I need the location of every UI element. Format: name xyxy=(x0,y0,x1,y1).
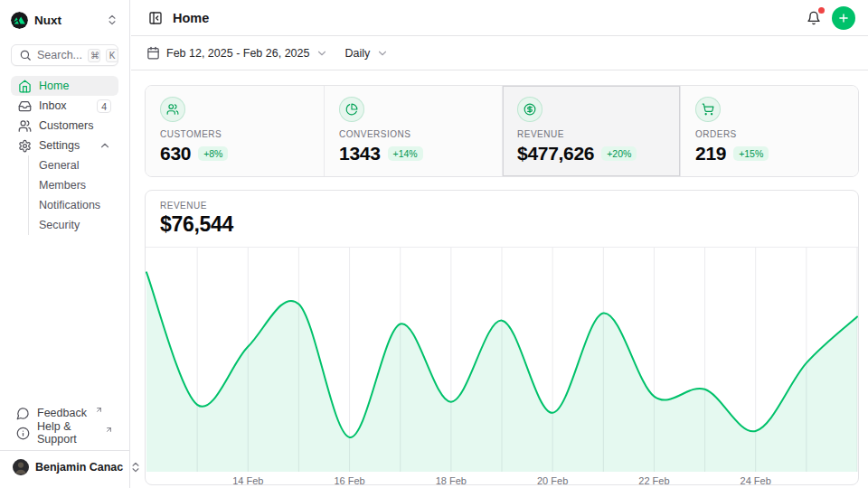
stats-row: CUSTOMERS 630 +8% CONVERSIONS 1343 +14% xyxy=(145,85,859,177)
home-icon xyxy=(18,80,32,93)
stat-card-conversions[interactable]: CONVERSIONS 1343 +14% xyxy=(324,86,502,176)
stat-label: REVENUE xyxy=(517,129,665,139)
sidebar-item-label: Settings xyxy=(39,139,80,152)
svg-text:18 Feb: 18 Feb xyxy=(436,475,467,485)
sidebar-item-label: Customers xyxy=(39,119,93,132)
stat-delta-badge: +15% xyxy=(733,146,769,161)
plus-icon xyxy=(837,12,850,24)
stat-card-orders[interactable]: ORDERS 219 +15% xyxy=(680,86,858,176)
stat-card-revenue[interactable]: REVENUE $477,626 +20% xyxy=(502,86,680,176)
chevron-down-icon xyxy=(376,47,389,60)
granularity-value: Daily xyxy=(344,47,370,60)
help-label: Help & Support xyxy=(37,420,97,446)
circle-dollar-icon xyxy=(517,97,542,122)
page-title: Home xyxy=(173,11,209,25)
chart-current-value: $76,544 xyxy=(160,212,844,237)
sidebar-item-settings[interactable]: Settings xyxy=(11,136,118,155)
content: CUSTOMERS 630 +8% CONVERSIONS 1343 +14% xyxy=(131,70,868,485)
chart-plot-area[interactable]: 14 Feb16 Feb18 Feb20 Feb22 Feb24 Feb xyxy=(146,248,858,485)
topbar: Home xyxy=(131,0,868,36)
sidebar: Nuxt Search... ⌘ K Home Inbox 4 Customer… xyxy=(0,0,130,488)
help-support-link[interactable]: Help & Support xyxy=(11,423,118,443)
inbox-count-badge: 4 xyxy=(97,99,111,113)
search-icon xyxy=(19,49,32,61)
stat-card-customers[interactable]: CUSTOMERS 630 +8% xyxy=(146,86,324,176)
svg-text:16 Feb: 16 Feb xyxy=(334,475,364,485)
date-range-value: Feb 12, 2025 - Feb 26, 2025 xyxy=(166,47,309,60)
feedback-label: Feedback xyxy=(37,407,87,419)
stat-label: CUSTOMERS xyxy=(160,129,309,139)
stat-delta-badge: +14% xyxy=(388,146,423,161)
panel-left-close-icon xyxy=(148,11,163,25)
user-menu[interactable]: Benjamin Canac xyxy=(11,451,118,477)
users-icon xyxy=(18,119,32,133)
sidebar-footer: Feedback Help & Support Benjamin Canac xyxy=(11,403,118,477)
sidebar-item-label: Home xyxy=(39,80,69,92)
info-icon xyxy=(16,427,30,440)
external-link-icon xyxy=(95,406,103,414)
search-input[interactable]: Search... ⌘ K xyxy=(11,44,118,66)
stat-delta-badge: +8% xyxy=(198,146,228,161)
sidebar-item-label: Inbox xyxy=(39,99,67,112)
nuxt-logo-icon xyxy=(11,12,28,29)
avatar xyxy=(13,459,29,475)
external-link-icon xyxy=(105,426,113,434)
chevron-up-icon xyxy=(99,139,111,152)
sidebar-item-home[interactable]: Home xyxy=(11,76,118,96)
svg-text:14 Feb: 14 Feb xyxy=(232,475,263,485)
stat-delta-badge: +20% xyxy=(601,146,637,161)
inbox-icon xyxy=(18,99,32,113)
stat-value: $477,626 xyxy=(517,143,594,164)
sidebar-item-inbox[interactable]: Inbox 4 xyxy=(11,96,118,116)
stat-label: ORDERS xyxy=(695,129,844,139)
date-range-picker[interactable]: Feb 12, 2025 - Feb 26, 2025 xyxy=(146,46,328,60)
dashboard-app: Nuxt Search... ⌘ K Home Inbox 4 Customer… xyxy=(0,0,868,488)
collapse-sidebar-button[interactable] xyxy=(146,9,165,27)
sidebar-item-customers[interactable]: Customers xyxy=(11,116,118,136)
sidebar-item-general[interactable]: General xyxy=(39,155,118,175)
sidebar-item-members[interactable]: Members xyxy=(39,175,118,195)
sidebar-item-notifications[interactable]: Notifications xyxy=(39,195,118,215)
chart-header: REVENUE $76,544 xyxy=(146,191,858,248)
calendar-icon xyxy=(146,46,160,60)
granularity-select[interactable]: Daily xyxy=(344,47,389,60)
svg-text:20 Feb: 20 Feb xyxy=(537,475,568,485)
stat-value: 630 xyxy=(160,143,191,164)
chat-bubble-icon xyxy=(16,407,30,420)
svg-text:22 Feb: 22 Feb xyxy=(638,475,669,485)
chart-title: REVENUE xyxy=(160,201,844,211)
users-icon xyxy=(160,97,185,122)
sidebar-item-security[interactable]: Security xyxy=(39,215,118,235)
settings-subnav: General Members Notifications Security xyxy=(28,155,118,235)
revenue-chart-card: REVENUE $76,544 14 Feb16 Feb18 Feb20 Feb… xyxy=(145,190,859,485)
stat-value: 1343 xyxy=(339,143,381,164)
notifications-button[interactable] xyxy=(805,9,823,27)
stat-label: CONVERSIONS xyxy=(339,129,487,139)
kbd-cmd: ⌘ xyxy=(88,49,100,62)
add-button[interactable] xyxy=(832,6,855,30)
svg-text:24 Feb: 24 Feb xyxy=(741,475,771,485)
main-area: Home Feb 12, 2025 - Feb 26, 2025 Daily xyxy=(131,0,868,488)
stat-value: 219 xyxy=(695,143,726,164)
filters-toolbar: Feb 12, 2025 - Feb 26, 2025 Daily xyxy=(131,36,868,70)
pie-chart-icon xyxy=(339,97,364,122)
revenue-area-chart[interactable]: 14 Feb16 Feb18 Feb20 Feb22 Feb24 Feb xyxy=(146,248,858,485)
user-name: Benjamin Canac xyxy=(35,461,123,474)
chevron-down-icon xyxy=(316,47,328,60)
workspace-name: Nuxt xyxy=(34,14,61,27)
kbd-k: K xyxy=(106,49,118,62)
search-placeholder: Search... xyxy=(37,49,82,61)
gear-icon xyxy=(18,139,32,153)
workspace-switcher[interactable]: Nuxt xyxy=(11,11,118,29)
notification-dot xyxy=(818,7,825,14)
shopping-cart-icon xyxy=(695,97,721,122)
sidebar-nav: Home Inbox 4 Customers Settings General … xyxy=(11,76,118,235)
chevrons-up-down-icon xyxy=(106,14,118,26)
